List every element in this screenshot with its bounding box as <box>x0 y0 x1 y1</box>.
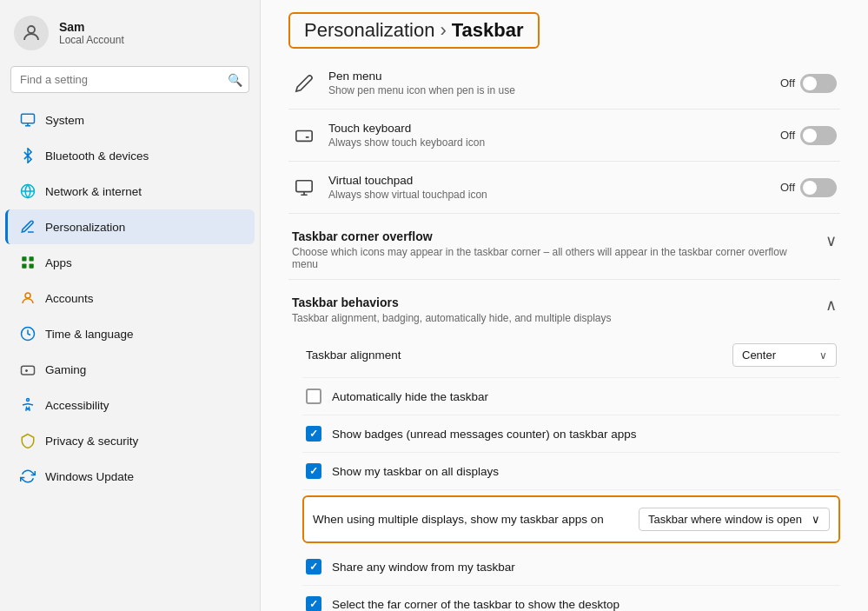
main-content: Personalization › Taskbar Pen menu Show … <box>261 0 868 611</box>
setting-row-pen-menu: Pen menu Show pen menu icon when pen is … <box>288 57 840 110</box>
accessibility-icon <box>19 396 36 414</box>
taskbar-behaviors-title: Taskbar behaviors <box>292 296 612 309</box>
svg-rect-6 <box>30 264 34 269</box>
sidebar-label-accessibility: Accessibility <box>45 399 109 412</box>
virtual-touchpad-toggle-switch[interactable] <box>800 178 837 197</box>
virtual-touchpad-desc: Always show virtual touchpad icon <box>328 189 487 201</box>
share-window-label: Share any window from my taskbar <box>332 561 515 574</box>
taskbar-behaviors-section: Taskbar behaviors Taskbar alignment, bad… <box>288 280 840 611</box>
setting-row-touch-keyboard: Touch keyboard Always show touch keyboar… <box>288 110 840 162</box>
share-window-checkbox[interactable] <box>306 559 321 574</box>
system-icon <box>19 111 36 129</box>
svg-rect-4 <box>30 256 34 261</box>
gaming-icon <box>19 361 36 378</box>
auto-hide-checkbox[interactable] <box>306 389 321 404</box>
taskbar-behaviors-chevron: ∧ <box>825 296 837 315</box>
sidebar-nav: System Bluetooth & devices Network & int… <box>0 102 260 495</box>
pen-menu-icon <box>292 71 316 96</box>
breadcrumb-separator: › <box>440 19 446 42</box>
checkbox-row-far-corner: Select the far corner of the taskbar to … <box>302 586 840 611</box>
taskbar-corner-overflow-desc: Choose which icons may appear in the tas… <box>292 246 796 270</box>
search-box[interactable]: 🔍 <box>10 66 249 93</box>
sidebar-label-update: Windows Update <box>45 470 134 483</box>
user-type: Local Account <box>59 34 124 46</box>
svg-rect-11 <box>296 130 312 141</box>
virtual-touchpad-title: Virtual touchpad <box>328 174 487 187</box>
touch-keyboard-toggle-label: Off <box>780 129 795 142</box>
sidebar-item-accessibility[interactable]: Accessibility <box>5 388 255 422</box>
sidebar-item-time[interactable]: Time & language <box>5 316 255 351</box>
virtual-touchpad-toggle[interactable]: Off <box>780 178 837 197</box>
virtual-touchpad-icon <box>292 176 316 200</box>
pen-menu-toggle-label: Off <box>780 76 795 90</box>
alignment-dropdown[interactable]: Center ∨ <box>732 343 837 367</box>
sidebar-item-personalization[interactable]: Personalization <box>5 209 255 244</box>
multi-display-dropdown-chevron: ∨ <box>812 513 820 526</box>
svg-point-0 <box>28 26 35 33</box>
sidebar-item-network[interactable]: Network & internet <box>5 174 255 209</box>
user-section: Sam Local Account <box>0 0 260 63</box>
accounts-icon <box>19 289 36 307</box>
sidebar-label-personalization: Personalization <box>45 221 125 234</box>
touch-keyboard-desc: Always show touch keyboard icon <box>328 136 485 149</box>
taskbar-corner-overflow-chevron: ∨ <box>825 231 837 250</box>
far-corner-checkbox[interactable] <box>306 596 321 611</box>
checkbox-row-auto-hide: Automatically hide the taskbar <box>302 378 840 415</box>
pen-menu-toggle[interactable]: Off <box>780 74 837 93</box>
sidebar-item-gaming[interactable]: Gaming <box>5 352 255 387</box>
search-icon: 🔍 <box>228 73 242 87</box>
sidebar-item-privacy[interactable]: Privacy & security <box>5 423 255 458</box>
far-corner-label: Select the far corner of the taskbar to … <box>332 598 620 611</box>
breadcrumb-bar: Personalization › Taskbar <box>261 0 868 57</box>
breadcrumb: Personalization › Taskbar <box>288 12 540 49</box>
touch-keyboard-toggle-switch[interactable] <box>800 126 837 145</box>
sidebar-label-network: Network & internet <box>45 185 142 198</box>
all-displays-label: Show my taskbar on all displays <box>332 465 499 478</box>
sidebar-item-bluetooth[interactable]: Bluetooth & devices <box>5 138 255 173</box>
alignment-value: Center <box>742 349 776 362</box>
behaviors-content: Taskbar alignment Center ∨ Automatically… <box>288 333 840 611</box>
show-badges-checkbox[interactable] <box>306 426 321 442</box>
personalization-icon <box>19 218 36 236</box>
checkbox-row-show-badges: Show badges (unread messages counter) on… <box>302 415 840 453</box>
user-name: Sam <box>59 20 124 34</box>
content-area: Pen menu Show pen menu icon when pen is … <box>261 57 868 611</box>
search-input[interactable] <box>10 66 249 93</box>
alignment-label: Taskbar alignment <box>306 349 401 362</box>
sidebar-label-apps: Apps <box>45 256 72 269</box>
multi-display-dropdown[interactable]: Taskbar where window is open ∨ <box>639 508 830 531</box>
taskbar-corner-overflow-title: Taskbar corner overflow <box>292 229 796 243</box>
sidebar-item-system[interactable]: System <box>5 103 255 137</box>
time-icon <box>19 325 36 342</box>
alignment-dropdown-chevron: ∨ <box>819 349 827 362</box>
taskbar-corner-overflow-header[interactable]: Taskbar corner overflow Choose which ico… <box>288 214 840 280</box>
alignment-row: Taskbar alignment Center ∨ <box>302 333 840 378</box>
checkbox-row-all-displays: Show my taskbar on all displays <box>302 453 840 490</box>
sidebar-label-time: Time & language <box>45 328 134 341</box>
multi-display-row: When using multiple displays, show my ta… <box>302 495 840 543</box>
pen-menu-title: Pen menu <box>328 70 515 83</box>
user-info: Sam Local Account <box>59 20 124 46</box>
touch-keyboard-title: Touch keyboard <box>328 122 485 135</box>
show-badges-label: Show badges (unread messages counter) on… <box>332 428 636 441</box>
sidebar-item-apps[interactable]: Apps <box>5 245 255 280</box>
sidebar-item-accounts[interactable]: Accounts <box>5 281 255 315</box>
checkbox-row-share-window: Share any window from my taskbar <box>302 548 840 586</box>
sidebar-label-gaming: Gaming <box>45 363 86 376</box>
all-displays-checkbox[interactable] <box>306 463 321 479</box>
network-icon <box>19 183 36 200</box>
multi-display-label: When using multiple displays, show my ta… <box>313 513 604 526</box>
auto-hide-label: Automatically hide the taskbar <box>332 390 488 403</box>
touch-keyboard-icon <box>292 123 316 148</box>
sidebar-item-update[interactable]: Windows Update <box>5 459 255 494</box>
touch-keyboard-toggle[interactable]: Off <box>780 126 837 145</box>
update-icon <box>19 468 36 485</box>
bluetooth-icon <box>19 147 36 164</box>
breadcrumb-parent: Personalization <box>304 19 434 42</box>
privacy-icon <box>19 432 36 449</box>
multi-display-value: Taskbar where window is open <box>648 513 802 526</box>
svg-rect-1 <box>22 114 35 123</box>
taskbar-behaviors-header[interactable]: Taskbar behaviors Taskbar alignment, bad… <box>288 280 840 333</box>
apps-icon <box>19 254 36 271</box>
pen-menu-toggle-switch[interactable] <box>800 74 837 93</box>
